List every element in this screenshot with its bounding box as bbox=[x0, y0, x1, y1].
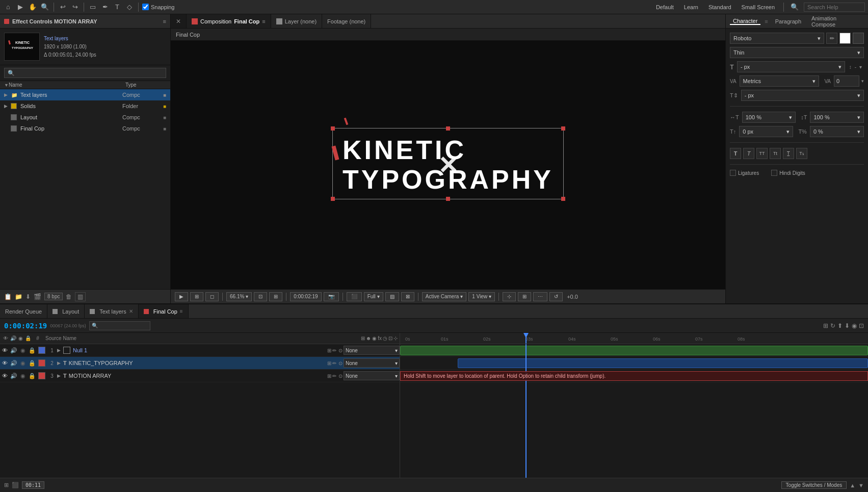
file-item-final-cop[interactable]: Final Cop Compc ■ bbox=[0, 123, 170, 134]
layer-1-expand-icon[interactable]: ▶ bbox=[57, 348, 63, 353]
layer-1-link-icon[interactable]: ⊙ bbox=[338, 348, 343, 353]
layer-3-name[interactable]: MOTION ARRAY bbox=[68, 373, 327, 379]
tl-tab-final-cop[interactable]: Final Cop ≡ bbox=[139, 304, 189, 318]
tl-tab-text-layers-close[interactable]: ✕ bbox=[129, 308, 133, 314]
baseline-input[interactable]: 0 px ▾ bbox=[739, 126, 793, 137]
shape-tool-icon[interactable]: ◇ bbox=[124, 2, 135, 12]
scale-h-input[interactable]: 100 % ▾ bbox=[742, 112, 796, 123]
fit-to-comp-btn[interactable]: ⊡ bbox=[254, 292, 267, 301]
home-icon[interactable]: ⌂ bbox=[3, 2, 13, 12]
comp-tab-x[interactable]: ✕ bbox=[171, 14, 187, 28]
grid-btn[interactable]: ⊞ bbox=[518, 292, 531, 301]
layer-2-parent-dropdown[interactable]: None ▾ bbox=[344, 358, 400, 368]
delete-icon[interactable]: 🗑 bbox=[66, 293, 72, 300]
layer-2-lock-icon[interactable]: 🔒 bbox=[28, 360, 37, 367]
handle-tl[interactable] bbox=[331, 126, 335, 131]
tl-expand-icon[interactable]: ▲ bbox=[850, 482, 855, 488]
tl-tab-text-layers[interactable]: Text layers ✕ bbox=[85, 304, 139, 318]
tl-bottom-render-btn[interactable]: ⬛ bbox=[12, 482, 19, 488]
project-search-input[interactable] bbox=[4, 68, 166, 78]
handle-bm[interactable] bbox=[446, 197, 450, 201]
pen-tool-icon[interactable]: ✒ bbox=[100, 2, 110, 12]
expand-icon[interactable]: ▶ bbox=[4, 92, 10, 97]
layer-1-lock-icon[interactable]: 🔒 bbox=[28, 347, 37, 354]
more-options-btn[interactable]: ⋯ bbox=[533, 292, 547, 301]
learn-workspace-btn[interactable]: Learn bbox=[681, 4, 701, 10]
layer-3-audio-icon[interactable]: 🔊 bbox=[9, 373, 18, 379]
layer-2-expand-icon[interactable]: ▶ bbox=[57, 360, 63, 366]
layer-2-color-box[interactable] bbox=[38, 359, 45, 367]
tl-collapse-icon[interactable]: ▼ bbox=[858, 482, 864, 488]
tsf-input[interactable]: 0 % ▾ bbox=[810, 126, 864, 137]
layer-1-color-box[interactable] bbox=[38, 347, 45, 354]
3d-view-btn[interactable]: ⊹ bbox=[503, 292, 516, 301]
layer-2-vis-icon[interactable]: 👁 bbox=[0, 360, 9, 366]
comp-view-btn[interactable]: ⊞ bbox=[190, 292, 203, 301]
track-bar-1-green[interactable] bbox=[400, 346, 868, 355]
comp-tab-layer-none[interactable]: Layer (none) bbox=[271, 14, 322, 28]
ligatures-label[interactable]: Ligatures bbox=[730, 170, 759, 176]
tl-tab-layout[interactable]: Layout bbox=[47, 304, 85, 318]
scale-v-input[interactable]: 100 % ▾ bbox=[810, 112, 864, 123]
style-btn-bold[interactable]: T bbox=[730, 148, 741, 159]
style-btn-allcaps[interactable]: TT bbox=[756, 148, 768, 159]
track-bar-2-blue[interactable] bbox=[458, 358, 868, 368]
tl-icon-4[interactable]: ⬇ bbox=[845, 322, 850, 329]
tl-tab-final-cop-close[interactable]: ≡ bbox=[180, 308, 183, 314]
layer-3-pencil-icon[interactable]: ✏ bbox=[332, 373, 336, 379]
layer-1-vis-icon[interactable]: 👁 bbox=[0, 347, 9, 353]
region-btn[interactable]: ◻ bbox=[205, 292, 219, 301]
viewport[interactable]: ✕ bbox=[171, 41, 725, 289]
file-item-layout[interactable]: Layout Compc ■ bbox=[0, 112, 170, 123]
style-btn-subscript[interactable]: T₁ bbox=[796, 148, 807, 159]
comp-tab-footage-none[interactable]: Footage (none) bbox=[322, 14, 371, 28]
views-dropdown[interactable]: 1 View ▾ bbox=[468, 292, 495, 301]
panel-menu-icon-right[interactable]: ≡ bbox=[765, 18, 768, 24]
hindi-digits-label[interactable]: Hindi Digits bbox=[771, 170, 805, 176]
redo-icon[interactable]: ↪ bbox=[70, 2, 80, 12]
render-btn[interactable]: ⬛ bbox=[347, 292, 362, 301]
font-size-input[interactable]: - px ▾ bbox=[737, 61, 845, 72]
ligatures-checkbox[interactable] bbox=[730, 170, 736, 176]
text-color-swatch[interactable] bbox=[839, 33, 851, 44]
layer-2-pencil-icon[interactable]: ✏ bbox=[332, 360, 336, 366]
standard-workspace-btn[interactable]: Standard bbox=[705, 4, 734, 10]
layer-2-solo-icon[interactable]: ◉ bbox=[18, 360, 28, 367]
new-comp-icon[interactable]: 📋 bbox=[4, 293, 12, 300]
import-icon[interactable]: ⬇ bbox=[25, 293, 31, 300]
kerning-dropdown[interactable]: Metrics ▾ bbox=[740, 75, 820, 87]
camera-dropdown[interactable]: Active Camera ▾ bbox=[422, 292, 467, 301]
line-height-input[interactable]: - px ▾ bbox=[741, 90, 864, 101]
tl-icon-1[interactable]: ⊞ bbox=[823, 322, 828, 329]
new-folder-icon[interactable]: 📁 bbox=[15, 293, 22, 300]
tab-character[interactable]: Character bbox=[730, 18, 760, 25]
transparency-btn[interactable]: ⊠ bbox=[401, 292, 414, 301]
tl-icon-2[interactable]: ↻ bbox=[830, 322, 835, 329]
default-workspace-btn[interactable]: Default bbox=[653, 4, 677, 10]
layer-3-color-box[interactable] bbox=[38, 372, 45, 379]
time-display[interactable]: 0:00:02:19 bbox=[290, 292, 321, 301]
handle-bl[interactable] bbox=[331, 197, 335, 201]
timeline-search-input[interactable] bbox=[89, 321, 150, 330]
current-time-display[interactable]: 0:00:02:19 bbox=[4, 322, 47, 330]
layer-3-solo-icon[interactable]: ◉ bbox=[18, 373, 28, 379]
hand-tool-icon[interactable]: ✋ bbox=[28, 2, 38, 12]
style-btn-smallcaps[interactable]: Tt bbox=[770, 148, 781, 159]
handle-br[interactable] bbox=[561, 197, 565, 201]
effects-icon[interactable]: 🎬 bbox=[34, 293, 41, 300]
layer-3-link-icon[interactable]: ⊙ bbox=[338, 373, 343, 379]
font-style-picker-icon[interactable]: ✏ bbox=[826, 33, 837, 44]
hindi-digits-checkbox[interactable] bbox=[771, 170, 777, 176]
zoom-tool-icon[interactable]: 🔍 bbox=[40, 2, 50, 12]
layer-1-solo-icon[interactable]: ◉ bbox=[18, 347, 28, 354]
tl-icon-5[interactable]: ◉ bbox=[852, 322, 857, 329]
panel-menu-icon[interactable]: ≡ bbox=[163, 18, 166, 24]
pixel-aspect-btn[interactable]: ⊞ bbox=[269, 292, 282, 301]
search-icon[interactable]: 🔍 bbox=[790, 2, 800, 12]
rotation-handle[interactable] bbox=[343, 118, 350, 128]
reset-btn[interactable]: ↺ bbox=[549, 292, 563, 301]
layer-1-pencil-icon[interactable]: ✏ bbox=[332, 348, 336, 353]
layer-1-name[interactable]: Null 1 bbox=[72, 347, 327, 353]
expand-icon-2[interactable]: ▶ bbox=[4, 103, 10, 109]
file-item-text-layers[interactable]: ▶ 📁 Text layers Compc ■ bbox=[0, 89, 170, 100]
